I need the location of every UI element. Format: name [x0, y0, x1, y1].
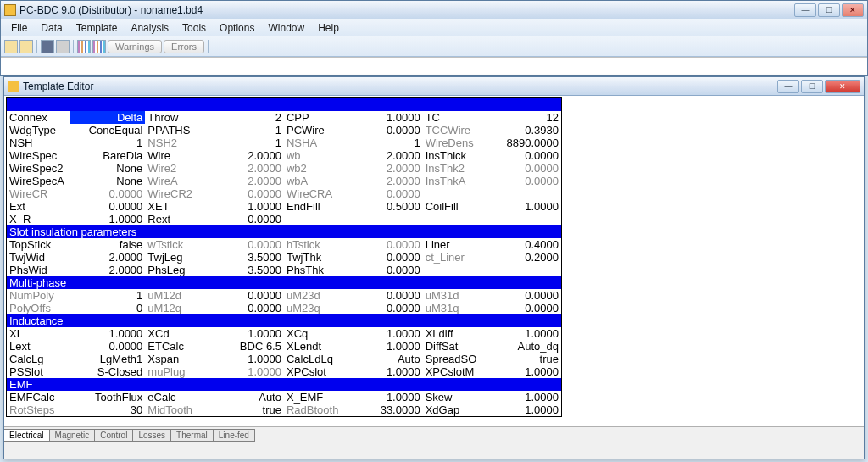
param-value[interactable]: 0 — [70, 302, 145, 314]
param-value[interactable]: LgMeth1 — [70, 353, 145, 365]
param-value[interactable]: 1.0000 — [209, 200, 284, 213]
param-value[interactable]: 33.0000 — [348, 404, 423, 417]
param-value[interactable]: true — [209, 404, 284, 417]
tab-losses[interactable]: Losses — [132, 429, 171, 442]
param-value[interactable]: 0.0000 — [487, 175, 562, 187]
param-value[interactable]: 0.0000 — [487, 289, 562, 302]
param-value[interactable]: 1.0000 — [70, 213, 145, 225]
param-value[interactable]: 30 — [70, 404, 145, 417]
param-value[interactable]: 0.0000 — [348, 124, 423, 136]
param-value[interactable]: 2.0000 — [348, 149, 423, 162]
editor-close-button[interactable]: ✕ — [825, 80, 860, 93]
param-value[interactable]: Delta — [70, 111, 145, 124]
param-value[interactable]: 1.0000 — [348, 327, 423, 340]
param-value[interactable]: 2.0000 — [209, 149, 284, 162]
param-value[interactable]: 2 — [209, 111, 284, 124]
param-value[interactable]: Auto — [209, 391, 284, 404]
param-value[interactable]: 0.0000 — [70, 187, 145, 200]
param-value[interactable] — [487, 187, 562, 200]
param-value[interactable]: 1.0000 — [348, 111, 423, 124]
param-value[interactable]: 0.0000 — [209, 289, 284, 302]
tab-thermal[interactable]: Thermal — [170, 429, 214, 442]
param-value[interactable]: 0.0000 — [348, 238, 423, 251]
param-value[interactable]: 0.3930 — [487, 124, 562, 136]
param-value[interactable]: 1.0000 — [209, 365, 284, 378]
param-value[interactable]: 0.0000 — [209, 302, 284, 314]
param-value[interactable]: 1.0000 — [209, 353, 284, 365]
param-value[interactable] — [348, 213, 423, 225]
param-value[interactable]: 1.0000 — [348, 340, 423, 353]
param-value[interactable]: 1.0000 — [209, 327, 284, 340]
param-value[interactable]: 0.0000 — [348, 251, 423, 264]
param-value[interactable]: 1.0000 — [487, 365, 562, 378]
param-value[interactable]: 0.0000 — [487, 149, 562, 162]
param-value[interactable]: 12 — [487, 111, 562, 124]
chart2-icon[interactable] — [92, 40, 106, 53]
menu-options[interactable]: Options — [213, 22, 261, 34]
print-icon[interactable] — [56, 40, 70, 53]
menu-file[interactable]: File — [4, 22, 34, 34]
param-value[interactable]: 1.0000 — [487, 391, 562, 404]
param-value[interactable]: 1 — [70, 136, 145, 149]
param-value[interactable]: 1.0000 — [70, 327, 145, 340]
save-icon[interactable] — [41, 40, 54, 53]
param-value[interactable]: 0.0000 — [209, 238, 284, 251]
tab-magnetic[interactable]: Magnetic — [49, 429, 96, 442]
param-value[interactable]: Auto — [348, 353, 423, 365]
chart-icon[interactable] — [77, 40, 91, 53]
menu-data[interactable]: Data — [34, 22, 69, 34]
maximize-button[interactable]: ☐ — [818, 3, 840, 17]
param-value[interactable]: 1.0000 — [487, 404, 562, 417]
menu-window[interactable]: Window — [261, 22, 311, 34]
param-value[interactable]: 0.0000 — [70, 200, 145, 213]
menu-analysis[interactable]: Analysis — [124, 22, 175, 34]
param-value[interactable]: 2.0000 — [348, 162, 423, 175]
param-value[interactable]: 0.0000 — [348, 289, 423, 302]
close-button[interactable]: ✕ — [842, 3, 864, 17]
menu-template[interactable]: Template — [70, 22, 125, 34]
param-value[interactable]: 0.4000 — [487, 238, 562, 251]
param-value[interactable]: BDC 6.5 — [209, 340, 284, 353]
tab-control[interactable]: Control — [94, 429, 133, 442]
tab-electrical[interactable]: Electrical — [4, 429, 50, 442]
param-value[interactable]: 0.0000 — [348, 264, 423, 276]
menu-help[interactable]: Help — [311, 22, 346, 34]
param-value[interactable]: 0.0000 — [70, 340, 145, 353]
open2-icon[interactable] — [19, 40, 33, 53]
param-value[interactable] — [487, 213, 562, 225]
param-value[interactable]: 1 — [70, 289, 145, 302]
param-value[interactable]: 1 — [348, 136, 423, 149]
param-value[interactable] — [487, 264, 562, 276]
param-value[interactable]: S-Closed — [70, 365, 145, 378]
param-value[interactable]: 8890.0000 — [487, 136, 562, 149]
param-value[interactable]: 1.0000 — [348, 365, 423, 378]
param-value[interactable]: 0.2000 — [487, 251, 562, 264]
param-value[interactable]: 1 — [209, 136, 284, 149]
param-value[interactable]: None — [70, 162, 145, 175]
editor-minimize-button[interactable]: — — [777, 80, 799, 93]
param-value[interactable]: 1.0000 — [487, 327, 562, 340]
param-value[interactable]: Auto_dq — [487, 340, 562, 353]
param-value[interactable]: 2.0000 — [348, 175, 423, 187]
minimize-button[interactable]: — — [794, 3, 816, 17]
param-value[interactable]: ToothFlux — [70, 391, 145, 404]
param-value[interactable]: 0.0000 — [348, 302, 423, 314]
param-value[interactable]: 0.0000 — [487, 162, 562, 175]
param-value[interactable]: 2.0000 — [209, 175, 284, 187]
param-value[interactable]: 1.0000 — [348, 391, 423, 404]
param-value[interactable]: BareDia — [70, 149, 145, 162]
param-value[interactable]: None — [70, 175, 145, 187]
param-value[interactable]: 1 — [209, 124, 284, 136]
param-value[interactable]: 3.5000 — [209, 251, 284, 264]
param-value[interactable]: true — [487, 353, 562, 365]
param-value[interactable]: false — [70, 238, 145, 251]
warnings-button[interactable]: Warnings — [108, 40, 162, 53]
menu-tools[interactable]: Tools — [175, 22, 213, 34]
param-value[interactable]: 3.5000 — [209, 264, 284, 276]
param-value[interactable]: 0.0000 — [487, 302, 562, 314]
open-icon[interactable] — [4, 40, 18, 53]
errors-button[interactable]: Errors — [164, 40, 204, 53]
param-value[interactable]: 0.0000 — [209, 213, 284, 225]
param-value[interactable]: 2.0000 — [209, 162, 284, 175]
param-value[interactable]: 1.0000 — [487, 200, 562, 213]
